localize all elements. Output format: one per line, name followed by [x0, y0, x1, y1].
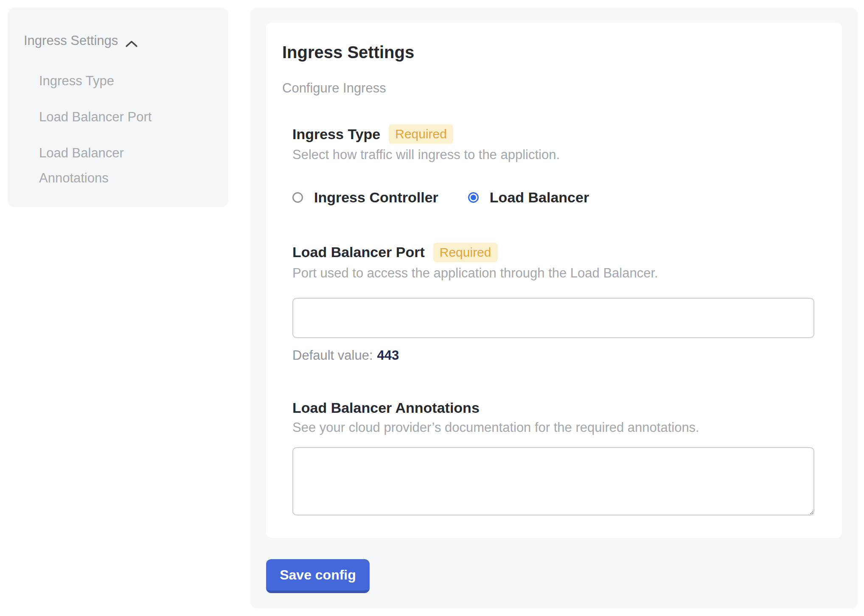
default-value-number: 443	[377, 348, 399, 363]
sidebar-section-label: Ingress Settings	[24, 33, 118, 48]
required-badge: Required	[389, 124, 453, 144]
settings-panel: Ingress Settings Configure Ingress Ingre…	[250, 8, 858, 608]
radio-ingress-controller-icon[interactable]	[292, 192, 303, 203]
radio-load-balancer-label: Load Balancer	[490, 189, 589, 206]
ingress-type-label: Ingress Type	[292, 126, 380, 143]
load-balancer-port-label: Load Balancer Port	[292, 244, 425, 261]
ingress-settings-card: Ingress Settings Configure Ingress Ingre…	[266, 22, 842, 538]
load-balancer-annotations-description: See your cloud provider’s documentation …	[292, 420, 814, 436]
sidebar-item-load-balancer-annotations[interactable]: Load Balancer Annotations	[39, 141, 183, 191]
sidebar-item-ingress-type[interactable]: Ingress Type	[39, 69, 183, 94]
default-value-line: Default value:443	[292, 348, 814, 363]
ingress-type-field: Ingress Type Required Select how traffic…	[292, 124, 814, 206]
page-subtitle: Configure Ingress	[282, 81, 814, 96]
radio-option-load-balancer[interactable]: Load Balancer	[468, 189, 589, 206]
radio-load-balancer-icon[interactable]	[468, 192, 479, 203]
load-balancer-port-field: Load Balancer Port Required Port used to…	[292, 243, 814, 364]
chevron-up-icon	[125, 36, 138, 45]
required-badge: Required	[433, 243, 498, 262]
load-balancer-port-description: Port used to access the application thro…	[292, 266, 814, 281]
page-title: Ingress Settings	[282, 42, 814, 62]
load-balancer-port-input[interactable]	[292, 298, 814, 338]
sidebar-section-ingress-settings[interactable]: Ingress Settings	[24, 33, 211, 48]
load-balancer-annotations-field: Load Balancer Annotations See your cloud…	[292, 399, 814, 515]
load-balancer-annotations-textarea[interactable]	[292, 447, 814, 515]
radio-option-ingress-controller[interactable]: Ingress Controller	[292, 189, 438, 206]
settings-sidebar: Ingress Settings Ingress Type Load Balan…	[8, 8, 228, 207]
save-config-button[interactable]: Save config	[266, 559, 370, 593]
page: Ingress Settings Ingress Type Load Balan…	[0, 0, 864, 616]
load-balancer-annotations-label: Load Balancer Annotations	[292, 399, 480, 417]
ingress-type-description: Select how traffic will ingress to the a…	[292, 147, 814, 163]
sidebar-item-load-balancer-port[interactable]: Load Balancer Port	[39, 105, 183, 130]
radio-ingress-controller-label: Ingress Controller	[314, 189, 438, 206]
sidebar-item-list: Ingress Type Load Balancer Port Load Bal…	[24, 69, 211, 191]
default-value-label: Default value:	[292, 348, 373, 363]
ingress-type-radio-group: Ingress Controller Load Balancer	[292, 189, 814, 206]
